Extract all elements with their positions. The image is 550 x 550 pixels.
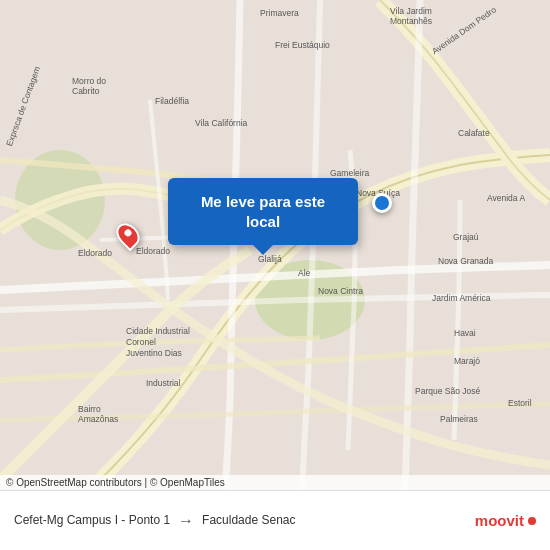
route-arrow-icon: → bbox=[178, 512, 194, 530]
bottom-navigation-bar: Cefet-Mg Campus I - Ponto 1 → Faculdade … bbox=[0, 490, 550, 550]
route-info: Cefet-Mg Campus I - Ponto 1 → Faculdade … bbox=[14, 512, 475, 530]
label-glalija: Glalijá bbox=[258, 254, 282, 264]
label-estoril: Estoril bbox=[508, 398, 532, 408]
label-eldorado-2: Eldorado bbox=[136, 246, 170, 256]
label-morro-cabrito: Morro doCabrito bbox=[72, 76, 106, 96]
red-location-marker bbox=[118, 222, 138, 248]
label-palmeiras: Palmeiras bbox=[440, 414, 478, 424]
label-eldorado-1: Eldorado bbox=[78, 248, 112, 258]
label-filadelfia: Filadélfia bbox=[155, 96, 189, 106]
navigate-tooltip[interactable]: Me leve para este local bbox=[168, 178, 358, 245]
label-nova-cintra: Nova Cintra bbox=[318, 286, 363, 296]
label-vila-jardim: Vila JardimMontanhês bbox=[390, 6, 432, 26]
label-marajo: Marajó bbox=[454, 356, 480, 366]
map-attribution: © OpenStreetMap contributors | © OpenMap… bbox=[0, 475, 550, 490]
attribution-text: © OpenStreetMap contributors | © OpenMap… bbox=[6, 477, 225, 488]
label-nova-granada: Nova Granada bbox=[438, 256, 493, 266]
tooltip-text: Me leve para este local bbox=[201, 193, 325, 230]
label-havai: Havai bbox=[454, 328, 476, 338]
destination-label: Faculdade Senac bbox=[202, 513, 295, 527]
moovit-dot-icon bbox=[528, 517, 536, 525]
label-frei-eustaquio: Frei Eustáquio bbox=[275, 40, 330, 50]
blue-location-marker bbox=[372, 193, 392, 213]
label-vila-california: Vila Califórnia bbox=[195, 118, 247, 128]
label-grajau: Grajaú bbox=[453, 232, 479, 242]
label-calafate: Calafate bbox=[458, 128, 490, 138]
label-primavera: Primavera bbox=[260, 8, 299, 18]
label-cidade-industrial: Cidade IndustrialCoronelJuventino Dias bbox=[126, 326, 190, 359]
label-ale: Ale bbox=[298, 268, 310, 278]
moovit-logo-text: moovit bbox=[475, 512, 524, 529]
label-industrial: Industrial bbox=[146, 378, 181, 388]
map-container: Primavera Vila JardimMontanhês Frei Eust… bbox=[0, 0, 550, 490]
moovit-logo: moovit bbox=[475, 512, 536, 529]
label-avenida-a: Avenida A bbox=[487, 193, 525, 203]
label-jardim-america: Jardim América bbox=[432, 293, 491, 303]
origin-label: Cefet-Mg Campus I - Ponto 1 bbox=[14, 513, 170, 527]
label-bairro-amazonas: BairroAmazônas bbox=[78, 404, 118, 424]
label-parque-sao-jose: Parque São José bbox=[415, 386, 480, 396]
label-gameleira: Gameleira bbox=[330, 168, 369, 178]
